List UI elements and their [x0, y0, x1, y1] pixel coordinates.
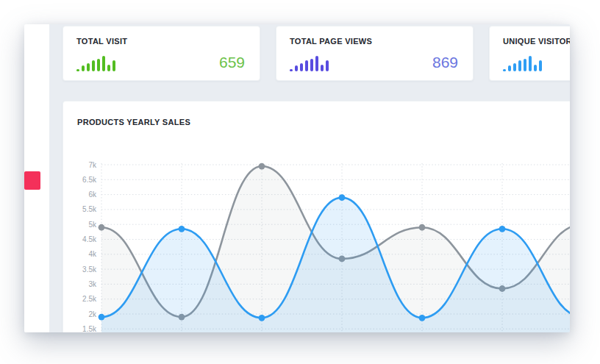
- blue-series-point: [499, 226, 506, 232]
- gray-series-point: [419, 224, 426, 231]
- blue-series-point: [99, 314, 105, 321]
- y-tick-label: 7k: [88, 161, 97, 169]
- stat-card-title: UNIQUE VISITOR: [503, 37, 570, 46]
- y-tick-label: 5.5k: [82, 205, 97, 213]
- sidebar: [24, 24, 49, 332]
- stat-card-title: TOTAL VISIT: [76, 37, 127, 46]
- stat-card-unique-visitor: UNIQUE VISITOR: [489, 26, 570, 81]
- y-tick-label: 6k: [88, 190, 97, 199]
- sidebar-active-nav-indicator[interactable]: [24, 171, 40, 190]
- y-tick-label: 4k: [88, 250, 97, 258]
- main-content: TOTAL VISIT 659 TOTAL PAGE VIEWS 869 UNI…: [49, 24, 570, 332]
- blue-series-point: [339, 194, 346, 201]
- y-tick-label: 1.5k: [82, 325, 97, 332]
- bar-chart-icon: [290, 54, 329, 71]
- stat-card-value: 659: [219, 54, 245, 71]
- blue-series-area: [101, 198, 570, 332]
- stat-cards-row: TOTAL VISIT 659 TOTAL PAGE VIEWS 869 UNI…: [63, 26, 570, 81]
- y-tick-label: 5k: [88, 221, 97, 229]
- blue-series-point: [179, 226, 185, 232]
- blue-series-point: [419, 315, 426, 321]
- y-tick-label: 4.5k: [82, 235, 97, 243]
- y-tick-label: 2.5k: [82, 295, 97, 303]
- stat-card-total-page-views: TOTAL PAGE VIEWS 869: [276, 26, 474, 81]
- dashboard-window: TOTAL VISIT 659 TOTAL PAGE VIEWS 869 UNI…: [24, 24, 570, 332]
- blue-series-point: [259, 315, 265, 321]
- y-tick-label: 3.5k: [82, 265, 97, 274]
- sales-line-chart[interactable]: 7k6.5k6k5.5k5k4.5k4k3.5k3k2.5k2k1.5k: [63, 101, 570, 332]
- stat-card-value: 869: [432, 54, 458, 71]
- gray-series-point: [99, 224, 105, 231]
- y-tick-label: 2k: [88, 310, 97, 318]
- bar-chart-icon: [76, 54, 115, 71]
- bar-chart-icon: [503, 54, 542, 71]
- y-tick-label: 6.5k: [82, 176, 97, 184]
- stat-card-title: TOTAL PAGE VIEWS: [290, 37, 372, 46]
- chart-title: PRODUCTS YEARLY SALES: [77, 118, 190, 126]
- chart-card: PRODUCTS YEARLY SALES 7k6.5k6k5.5k5k4.5k…: [63, 101, 570, 332]
- gray-series-point: [259, 163, 265, 170]
- y-tick-label: 3k: [88, 280, 97, 288]
- stat-card-total-visit: TOTAL VISIT 659: [63, 26, 260, 81]
